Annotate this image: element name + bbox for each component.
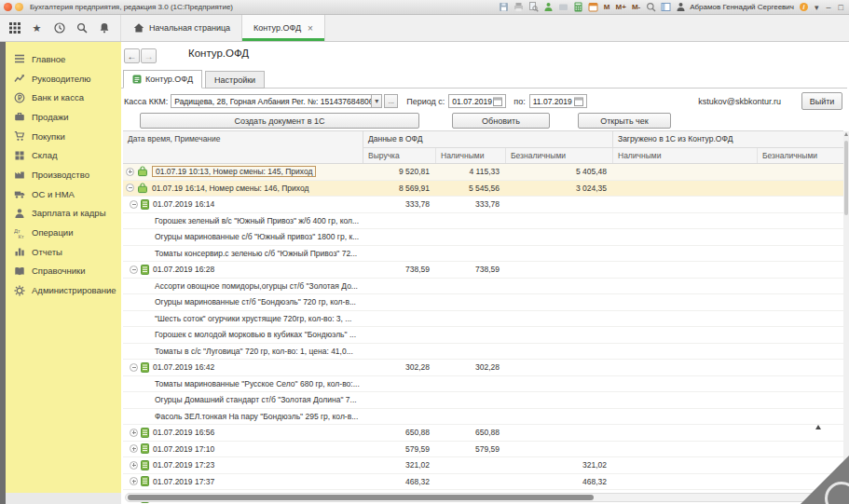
- table-row-receipt[interactable]: 01.07.2019 17:37468,32468,32: [123, 474, 843, 491]
- expand-toggle-icon[interactable]: [126, 168, 134, 176]
- search-icon[interactable]: [75, 22, 88, 34]
- table-row-item[interactable]: Горошек зеленый в/с "Южный Привоз" ж/б 4…: [123, 213, 843, 230]
- app-menu-icon[interactable]: [4, 3, 12, 11]
- table-row-receipt[interactable]: 01.07.2019 16:42302,28302,28: [123, 360, 843, 376]
- expand-toggle-icon[interactable]: [130, 266, 138, 274]
- col-header-datetime[interactable]: Дата время, Примечание: [123, 131, 363, 163]
- row-text: Огурцы маринованные с/б "Южный привоз" 1…: [155, 232, 359, 241]
- page-tab-settings[interactable]: Настройки: [205, 71, 265, 89]
- table-row-receipt[interactable]: 01.07.2019 16:56650,88650,88: [123, 425, 843, 442]
- maximize-button[interactable]: □: [837, 3, 845, 12]
- open-check-button[interactable]: Открыть чек: [578, 113, 671, 129]
- app-menu-arrow-icon[interactable]: [15, 3, 23, 11]
- group-header-ofd[interactable]: Данные в ОФД: [363, 131, 613, 147]
- back-button[interactable]: ←: [124, 48, 140, 63]
- horizontal-scrollbar[interactable]: [125, 493, 842, 502]
- tab-kontur-ofd[interactable]: Контур.ОФД ×: [241, 15, 325, 41]
- sidebar-item-gear[interactable]: Администрирование: [6, 280, 121, 300]
- refresh-button[interactable]: Обновить: [452, 113, 550, 129]
- table-row-item[interactable]: Огурцы Домашний стандарт ст/б "Золотая Д…: [123, 392, 843, 409]
- sidebar-item-factory[interactable]: Производство: [6, 165, 121, 184]
- archive-icon[interactable]: [558, 2, 569, 13]
- table-row-item[interactable]: Томаты маринованные "Русское Село" 680 г…: [123, 376, 843, 393]
- history-clock-icon[interactable]: [53, 22, 65, 34]
- memory-m-button[interactable]: M: [603, 3, 611, 11]
- tab-close-icon[interactable]: ×: [308, 23, 313, 34]
- col-header-cashless-1c[interactable]: Безналичными: [758, 148, 843, 164]
- horizontal-scrollbar-thumb[interactable]: [128, 495, 594, 500]
- table-row-item[interactable]: Горошек с молодой морковью в кубиках "Бо…: [123, 327, 843, 344]
- sidebar-item-cart[interactable]: Покупки: [6, 127, 121, 146]
- create-doc-button[interactable]: Создать документ в 1С: [140, 113, 419, 129]
- group-header-1c[interactable]: Загружено в 1С из Контур.ОФД: [613, 131, 843, 147]
- period-from-input[interactable]: 01.07.2019: [448, 94, 506, 108]
- expand-toggle-icon[interactable]: [130, 200, 138, 209]
- vertical-scrollbar-thumb[interactable]: [844, 141, 848, 215]
- sidebar-item-bar-chart[interactable]: Отчеты: [6, 242, 121, 262]
- date-picker-icon[interactable]: [574, 97, 583, 106]
- titlebar-dropdown-icon[interactable]: ▾: [813, 3, 821, 12]
- table-row-receipt[interactable]: 01.07.2019 17:23321,02321,02: [123, 457, 843, 474]
- minimize-button[interactable]: –: [825, 3, 833, 12]
- table-row-item[interactable]: Фасоль ЗЕЛ.тонкая На пару "Бондюэль" 295…: [123, 409, 843, 426]
- expand-toggle-icon[interactable]: [130, 429, 138, 437]
- add-user-icon[interactable]: [543, 2, 555, 13]
- col-header-cash-1c[interactable]: Наличными: [613, 148, 758, 164]
- sidebar-item-briefcase[interactable]: Продажи: [6, 107, 121, 127]
- page-tab-kontur-ofd[interactable]: Контур.ОФД: [123, 70, 202, 89]
- date-picker-icon[interactable]: [493, 97, 502, 106]
- memory-m-plus-button[interactable]: M+: [615, 3, 627, 11]
- zoom-icon[interactable]: [645, 2, 656, 13]
- table-row-receipt[interactable]: 01.07.2019 17:10579,59579,59: [123, 442, 843, 458]
- vertical-scrollbar[interactable]: [843, 131, 849, 493]
- sidebar-item-person[interactable]: Зарплата и кадры: [6, 204, 121, 224]
- table-row-receipt[interactable]: 01.07.2019 16:28738,59738,59: [123, 262, 843, 279]
- table-row-item[interactable]: "Шесть соток" огурчики хрустящие 720гр, …: [123, 311, 843, 328]
- sidebar-item-truck[interactable]: ОС и НМА: [6, 184, 121, 204]
- sidebar-item-dt-kt[interactable]: ДтКтОперации: [6, 223, 121, 242]
- sidebar-item-menu-lines[interactable]: Главное: [6, 49, 121, 69]
- table-row-item[interactable]: Огурцы маринованные ст/б "Бондюэль" 720 …: [123, 294, 843, 311]
- table-row-item[interactable]: Ассорти овощное помидоры,огурцы ст/б "Зо…: [123, 279, 843, 295]
- tab-home[interactable]: Начальная страница: [121, 15, 241, 41]
- kkm-more-button[interactable]: ...: [384, 94, 398, 108]
- print-preview-icon[interactable]: [528, 2, 540, 13]
- sidebar-item-coin[interactable]: Банк и касса: [6, 88, 121, 107]
- table-row-shift[interactable]: 01.07.19 16:14, Номер смены: 146, Приход…: [123, 181, 843, 198]
- expand-toggle-icon[interactable]: [130, 477, 138, 485]
- table-row-item[interactable]: Томаты консервир.с зеленью с/б "Южный Пр…: [123, 246, 843, 263]
- notifications-bell-icon[interactable]: [98, 22, 110, 34]
- table-row-shift[interactable]: 01.07.19 10:13, Номер смены: 145, Приход…: [123, 164, 843, 181]
- period-to-input[interactable]: 11.07.2019: [529, 94, 587, 108]
- expand-toggle-icon[interactable]: [130, 363, 138, 372]
- memory-m-minus-button[interactable]: M-: [631, 3, 641, 11]
- save-icon[interactable]: [499, 2, 510, 13]
- sidebar-item-label: Главное: [32, 54, 65, 64]
- col-header-cash[interactable]: Наличными: [436, 148, 506, 164]
- sidebar-item-book[interactable]: Справочники: [6, 262, 121, 281]
- forward-button[interactable]: →: [141, 48, 157, 63]
- table-row-item[interactable]: Томаты в с/с "Луговица" 720 гр, кол-во: …: [123, 344, 843, 361]
- kkm-select[interactable]: Радищева, 28, Горная Албания Рег. №: 151…: [171, 94, 372, 108]
- scroll-up-icon[interactable]: [844, 132, 848, 136]
- table-row-receipt[interactable]: 01.07.2019 16:14333,78333,78: [123, 197, 843, 213]
- col-header-cashless[interactable]: Безналичными: [506, 148, 613, 164]
- info-icon[interactable]: i: [798, 2, 809, 13]
- split-window-icon[interactable]: [660, 2, 671, 13]
- sidebar-item-grid-boxes[interactable]: Склад: [6, 145, 121, 165]
- expand-toggle-icon[interactable]: [130, 444, 138, 453]
- logout-button[interactable]: Выйти: [801, 92, 842, 110]
- print-icon[interactable]: [514, 2, 525, 13]
- calendar-icon[interactable]: [588, 2, 599, 13]
- expand-toggle-icon[interactable]: [126, 184, 134, 192]
- col-header-revenue[interactable]: Выручка: [363, 148, 436, 164]
- current-user-name[interactable]: Абрамов Геннадий Сергеевич: [690, 3, 794, 11]
- table-row-item[interactable]: Огурцы маринованные с/б "Южный привоз" 1…: [123, 229, 843, 246]
- expand-toggle-icon[interactable]: [130, 461, 138, 470]
- sidebar-bottom-strip: [6, 493, 121, 504]
- sidebar-item-trend-chart[interactable]: Руководителю: [6, 69, 121, 89]
- favorites-star-icon[interactable]: ★: [31, 22, 43, 34]
- apps-grid-icon[interactable]: [8, 22, 21, 34]
- kkm-dropdown-icon[interactable]: ▾: [372, 94, 382, 108]
- calculator-icon[interactable]: [573, 2, 584, 13]
